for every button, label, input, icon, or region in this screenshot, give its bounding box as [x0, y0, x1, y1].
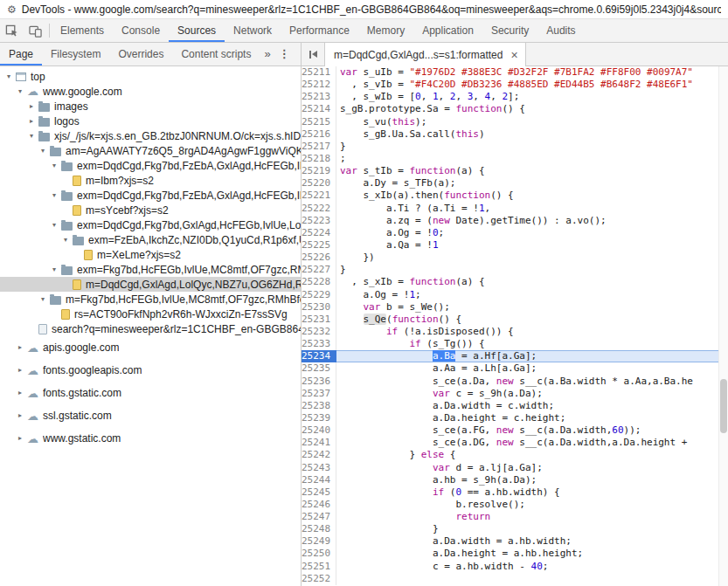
code-line-text[interactable]: a.Da.height = c.height; [336, 412, 718, 424]
tab-audits[interactable]: Audits [537, 19, 584, 42]
tree-item[interactable]: m=XeLme?xjs=s2 [0, 247, 301, 262]
line-number[interactable]: 25231 [302, 314, 336, 326]
chevron-right-icon[interactable]: ▸ [15, 344, 25, 351]
close-icon[interactable]: × [509, 49, 519, 61]
code-line-text[interactable]: a.Dy = s_TFb(a); [336, 177, 718, 190]
file-tab[interactable]: m=DqdCgd,GxlAgd...s=s1:formatted × [324, 43, 526, 66]
tree-item[interactable]: ▾exm=Fkg7bd,HcFEGb,IvlUe,MC8mtf,OF7gzc,R… [0, 262, 301, 277]
tree-item[interactable]: rs=ACT90oFkfNph2vR6h-WJxxciZn-E7ssSVg [0, 307, 301, 321]
line-number[interactable]: 25218 [302, 153, 336, 165]
chevron-down-icon[interactable]: ▾ [49, 192, 59, 199]
tree-item[interactable]: ▾xjs/_/js/k=xjs.s.en_GB.2tbzJ0NRNUM.O/ck… [0, 128, 301, 143]
tree-item[interactable]: ▾exm=DqdCgd,Fkg7bd,FzEbA,GxlAgd,HcFEGb,I… [0, 158, 301, 173]
line-number[interactable]: 25213 [302, 91, 336, 103]
line-number[interactable]: 25211 [302, 66, 336, 79]
code-line-text[interactable]: var c = s_9h(a.Da); [336, 388, 718, 400]
chevron-right-icon[interactable]: ▸ [15, 412, 25, 419]
chevron-right-icon[interactable]: ▸ [26, 103, 37, 110]
tree-item[interactable]: ▾☁www.google.com [0, 84, 301, 99]
code-line-text[interactable]: if (0 == a.hb.width) { [336, 486, 718, 499]
code-line-text[interactable]: s_gB.Ua.Sa.call(this) [336, 128, 718, 141]
line-number[interactable]: 25241 [302, 437, 336, 449]
code-line-text[interactable]: ; [336, 153, 718, 165]
code-line-text[interactable]: } else { [336, 449, 718, 461]
kebab-menu-icon[interactable]: ⋮ [275, 43, 294, 65]
line-number[interactable]: 25229 [302, 289, 336, 301]
line-number[interactable]: 25219 [302, 165, 336, 177]
line-number[interactable]: 25239 [302, 412, 336, 424]
line-number[interactable]: 25224 [302, 227, 336, 239]
code-line-text[interactable]: a.Da.width = c.width; [336, 400, 718, 412]
line-number[interactable]: 25212 [302, 79, 336, 91]
code-line-text[interactable]: if (!a.isDisposed()) { [336, 326, 718, 338]
tree-item[interactable]: ▸logos [0, 114, 301, 128]
code-line-text[interactable]: return [336, 511, 718, 523]
code-line-text[interactable]: s_vu(this); [336, 116, 718, 128]
code-line-text[interactable]: } [336, 264, 718, 276]
code-line-text[interactable]: s_ce(a.DG, new s__c(a.Da.width,a.Da.heig… [336, 437, 718, 449]
line-number[interactable]: 25214 [302, 103, 336, 115]
tree-item[interactable]: ▾exm=FzEbA,IkchZc,NZI0Db,Q1yuCd,R1p6xf,U… [0, 232, 301, 247]
code-line-text[interactable]: a.Aa = a.Lh[a.Ga]; [336, 362, 718, 375]
code-line-text[interactable]: a.Ti ? (a.Ti = !1, [336, 203, 718, 215]
code-line-text[interactable]: s_ce(a.Da, new s__c(a.Ba.width * a.Aa,a.… [336, 376, 718, 388]
inspect-element-icon[interactable] [0, 19, 24, 42]
code-line-text[interactable]: a.Ba = a.Hf[a.Ga]; [336, 350, 718, 362]
tree-item[interactable]: ▸☁ssl.gstatic.com [0, 404, 301, 427]
chevron-down-icon[interactable]: ▾ [60, 237, 71, 244]
tree-item[interactable]: search?q=minesweeper&rlz=1C1CHBF_en-GBGB… [0, 321, 301, 336]
code-line-text[interactable]: a.Da.height = a.hb.height; [336, 548, 718, 560]
code-line-text[interactable]: var s_uIb = "#1976D2 #388E3C #D32F2F #7B… [336, 66, 718, 79]
code-line-text[interactable]: } [336, 523, 718, 535]
line-number[interactable]: 25237 [302, 388, 336, 400]
line-number[interactable]: 25222 [302, 203, 336, 215]
code-line-text[interactable]: , s_wIb = [0, 1, 2, 3, 4, 2]; [336, 91, 718, 103]
line-number[interactable]: 25238 [302, 400, 336, 412]
navigator-tab-filesystem[interactable]: Filesystem [42, 43, 109, 65]
line-number[interactable]: 25244 [302, 474, 336, 486]
chevron-down-icon[interactable]: ▾ [38, 296, 48, 303]
line-number[interactable]: 25252 [302, 573, 336, 585]
code-line-text[interactable] [336, 573, 718, 585]
tree-item[interactable]: ▸images [0, 99, 301, 114]
code-line-text[interactable]: var b = s_We(); [336, 301, 718, 314]
line-number[interactable]: 25235 [302, 362, 336, 375]
tree-item[interactable]: ▾top [0, 69, 301, 84]
vertical-scrollbar[interactable] [718, 66, 728, 586]
line-number[interactable]: 25233 [302, 338, 336, 350]
line-number[interactable]: 25230 [302, 301, 336, 314]
code-line-text[interactable]: , s_vIb = "#F4C20D #DB3236 #4885ED #ED44… [336, 79, 718, 91]
tree-item[interactable]: m=DqdCgd,GxlAgd,LolQyc,NBZ7u,OG6ZHd,RPg [0, 277, 301, 292]
chevron-down-icon[interactable]: ▾ [38, 148, 48, 155]
chevron-down-icon[interactable]: ▾ [3, 73, 14, 80]
code-line-text[interactable]: a.hb = s_9h(a.Da); [336, 474, 718, 486]
line-number[interactable]: 25220 [302, 177, 336, 190]
code-line-text[interactable]: var d = a.lj[a.Ga]; [336, 462, 718, 474]
tab-elements[interactable]: Elements [52, 19, 113, 42]
tree-item[interactable]: ▾m=Fkg7bd,HcFEGb,IvlUe,MC8mtf,OF7gzc,RMh… [0, 292, 301, 307]
chevron-right-icon[interactable]: ▸ [15, 367, 25, 374]
line-number[interactable]: 25243 [302, 462, 336, 474]
code-line-text[interactable]: a.Og = !0; [336, 227, 718, 239]
navigator-tab-content-scripts[interactable]: Content scripts [172, 43, 260, 65]
tree-item[interactable]: ▾am=AgAAWATY7z6Q5_8rgAD4AgAgwF1ggwViQKg [0, 143, 301, 158]
code-line-text[interactable]: s_Qe(function() { [336, 314, 718, 326]
tree-item[interactable]: ▾exm=DqdCgd,Fkg7bd,FzEbA,GxlAgd,HcFEGb,I… [0, 188, 301, 203]
navigator-tab-page[interactable]: Page [0, 43, 42, 65]
chevron-down-icon[interactable]: ▾ [49, 162, 59, 169]
line-number[interactable]: 25217 [302, 141, 336, 153]
tab-security[interactable]: Security [482, 19, 537, 42]
navigator-tab-overrides[interactable]: Overrides [109, 43, 172, 65]
file-navigation-back-icon[interactable] [302, 43, 324, 65]
tab-memory[interactable]: Memory [358, 19, 413, 42]
scrollbar-thumb[interactable] [720, 379, 727, 433]
line-number[interactable]: 25216 [302, 128, 336, 141]
tab-performance[interactable]: Performance [281, 19, 358, 42]
chevron-right-icon[interactable]: ▸ [15, 390, 25, 396]
code-line-text[interactable]: b.resolve(); [336, 499, 718, 511]
code-line-text[interactable]: var s_tIb = function(a) { [336, 165, 718, 177]
line-number[interactable]: 25246 [302, 499, 336, 511]
line-number[interactable]: 25221 [302, 190, 336, 202]
chevron-down-icon[interactable]: ▾ [26, 133, 37, 140]
line-number[interactable]: 25249 [302, 535, 336, 548]
